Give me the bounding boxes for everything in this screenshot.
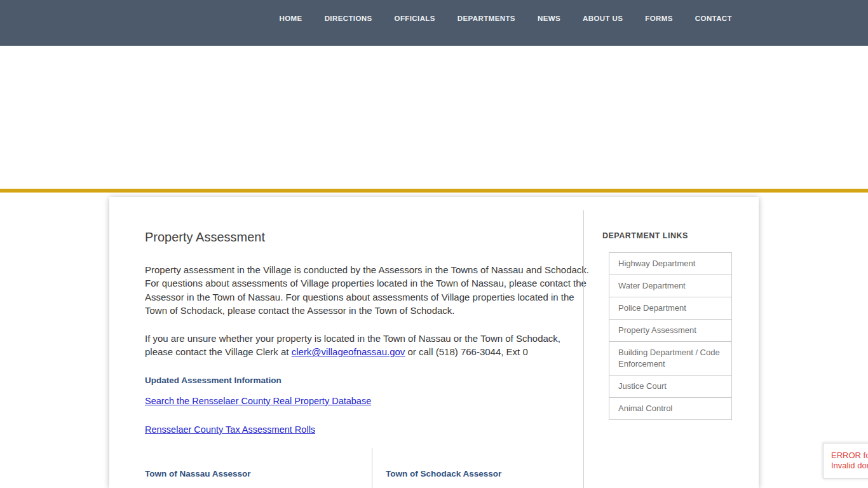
sidebar-item-animal-control[interactable]: Animal Control — [609, 398, 731, 419]
main-content: Property Assessment Property assessment … — [145, 197, 583, 488]
nav-item-departments[interactable]: DEPARTMENTS — [458, 15, 515, 22]
column-divider — [372, 448, 372, 488]
error-line-1: ERROR for site owner: — [831, 451, 868, 461]
sidebar-item-police-department[interactable]: Police Department — [609, 297, 731, 320]
real-property-database-link[interactable]: Search the Rensselaer County Real Proper… — [145, 396, 371, 406]
nav-menu: HOME DIRECTIONS OFFICIALS DEPARTMENTS NE… — [280, 15, 732, 22]
contact-line-1: If you are unsure whether your property … — [145, 333, 560, 344]
contact-line-2-after: or call (518) 766-3044, Ext 0 — [405, 346, 527, 357]
sidebar-item-water-department[interactable]: Water Department — [609, 275, 731, 297]
sidebar-item-building-department-code-enforcement[interactable]: Building Department / Code Enforcement — [609, 342, 731, 376]
recaptcha-error-box: ERROR for site owner: Invalid domain for… — [823, 443, 868, 478]
nav-item-news[interactable]: NEWS — [538, 15, 560, 22]
nav-item-contact[interactable]: CONTACT — [695, 15, 732, 22]
tax-assessment-rolls-link[interactable]: Rensselaer County Tax Assessment Rolls — [145, 424, 315, 435]
assessor-columns: Town of Nassau Assessor Town of Schodack… — [145, 448, 583, 488]
gold-accent-bar — [0, 189, 868, 193]
contact-line-2-before: please contact the Village Clerk at — [145, 346, 292, 357]
sidebar-item-justice-court[interactable]: Justice Court — [609, 376, 731, 398]
top-navbar: HOME DIRECTIONS OFFICIALS DEPARTMENTS NE… — [0, 0, 868, 46]
sidebar-item-highway-department[interactable]: Highway Department — [609, 253, 731, 275]
error-line-2: Invalid domain for site key — [831, 461, 868, 471]
schodack-assessor-heading: Town of Schodack Assessor — [386, 469, 501, 478]
clerk-email-link[interactable]: clerk@villageofnassau.gov — [292, 346, 405, 357]
content-card: Property Assessment Property assessment … — [109, 197, 759, 488]
nav-item-about-us[interactable]: ABOUT US — [583, 15, 623, 22]
contact-paragraph: If you are unsure whether your property … — [145, 332, 560, 359]
nav-item-officials[interactable]: OFFICIALS — [395, 15, 435, 22]
main-sidebar-divider — [583, 210, 584, 488]
sidebar-item-property-assessment[interactable]: Property Assessment — [609, 320, 731, 342]
intro-paragraph: Property assessment in the Village is co… — [145, 263, 589, 317]
page-title: Property Assessment — [145, 230, 265, 245]
nassau-assessor-heading: Town of Nassau Assessor — [145, 469, 251, 478]
nav-item-directions[interactable]: DIRECTIONS — [325, 15, 372, 22]
updated-assessment-heading: Updated Assessment Information — [145, 376, 281, 385]
banner-area — [0, 46, 868, 189]
nav-item-home[interactable]: HOME — [280, 15, 302, 22]
department-links-list: Highway Department Water Department Poli… — [609, 252, 732, 420]
department-links-title: DEPARTMENT LINKS — [602, 231, 688, 240]
nav-item-forms[interactable]: FORMS — [645, 15, 673, 22]
